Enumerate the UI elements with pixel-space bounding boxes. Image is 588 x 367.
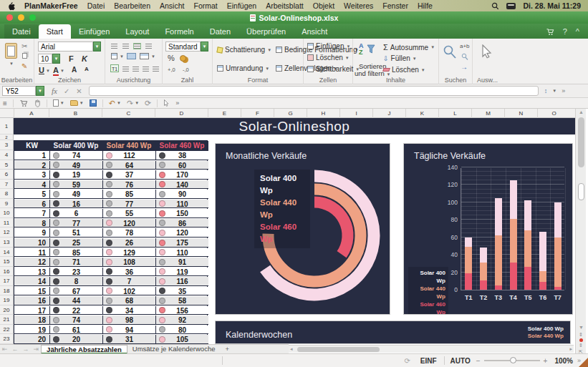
horizontal-scrollbar[interactable]: ◂ ▸ <box>289 345 574 353</box>
menu-bearbeiten[interactable]: Bearbeiten <box>114 1 150 10</box>
row-header[interactable]: 7 <box>0 180 14 189</box>
italic-button[interactable]: K <box>82 54 87 63</box>
bar-segment[interactable] <box>495 198 502 236</box>
merge-caret[interactable]: ▼ <box>151 54 155 59</box>
column-header[interactable]: O <box>537 109 570 118</box>
apple-icon[interactable] <box>7 1 15 11</box>
sales-table[interactable]: KWSolar 400 WpSolar 440 WpSolar 460 Wp17… <box>14 140 208 344</box>
collapse-ribbon-icon[interactable]: ^ <box>576 27 579 36</box>
sort-filter-icon[interactable]: AZ <box>359 43 364 56</box>
cut-icon[interactable]: ✂ <box>21 42 27 50</box>
merge-cells-icon[interactable] <box>127 53 136 59</box>
menu-arbeitsblatt[interactable]: Arbeitsblatt <box>266 1 304 10</box>
tab-ansicht[interactable]: Ansicht <box>294 24 335 39</box>
search-again-icon[interactable] <box>461 53 468 61</box>
column-header[interactable]: A <box>14 109 49 118</box>
expand-formula-bar-icon[interactable]: ↕ <box>544 87 548 94</box>
autosum-button[interactable]: ΣAutosumme▼ <box>383 43 435 52</box>
font-color-caret[interactable]: ▼ <box>60 69 64 73</box>
bar-segment[interactable] <box>465 247 472 273</box>
sheet-grid[interactable]: 1234567891011121314151617181920212223 So… <box>0 118 575 344</box>
bar-segment[interactable] <box>495 235 502 285</box>
menu-format[interactable]: Format <box>193 1 217 10</box>
table-row[interactable]: 31937170 <box>14 170 208 180</box>
table-row[interactable]: 18749892 <box>14 315 208 325</box>
table-row[interactable]: 1185129110 <box>14 248 208 257</box>
align-center-icon[interactable] <box>132 67 139 72</box>
formula-bar-caret[interactable]: ▼ <box>552 89 556 93</box>
row-header[interactable]: 4 <box>0 150 14 160</box>
underline-caret[interactable]: ▼ <box>46 69 50 73</box>
row-header[interactable]: 17 <box>0 276 14 286</box>
repeat-icon[interactable]: ⟳ <box>145 99 151 108</box>
menu-weiteres[interactable]: Weiteres <box>344 1 373 10</box>
fx-icon[interactable]: fx <box>52 87 57 95</box>
sidebar-toggle-icon[interactable]: ≡ <box>3 99 7 107</box>
row-header[interactable]: 11 <box>0 218 14 227</box>
table-row[interactable]: 7655150 <box>14 209 208 218</box>
scroll-down-icon[interactable]: ▼ <box>576 325 587 330</box>
resize-corner[interactable] <box>579 358 588 367</box>
tab-datei[interactable]: Datei <box>4 24 39 39</box>
bar-segment[interactable] <box>539 232 546 271</box>
new-document-button[interactable]: ▼ <box>53 99 64 107</box>
table-row[interactable]: 5498590 <box>14 190 208 199</box>
row-header[interactable]: 14 <box>0 248 14 257</box>
table-row[interactable]: 132336119 <box>14 268 208 276</box>
row-header[interactable]: 22 <box>0 325 14 334</box>
add-decimal-icon[interactable]: +,0 <box>168 67 175 73</box>
kalenderwochen-chart-panel[interactable]: Kalenderwochen Solar 400 Wp Solar 440 Wp <box>215 320 571 344</box>
row-header[interactable]: 9 <box>0 199 14 208</box>
selection-cursor-icon[interactable] <box>481 44 493 60</box>
undo-button[interactable]: ↶▼ <box>109 99 121 108</box>
select-tool-icon[interactable] <box>163 99 170 107</box>
align-center-v-icon[interactable] <box>134 44 140 49</box>
tab-start[interactable]: Start <box>39 24 71 39</box>
border-select-icon[interactable] <box>111 53 117 59</box>
row-header[interactable]: 18 <box>0 286 14 295</box>
insert-cells-button[interactable]: Einfügen▼ <box>307 42 350 50</box>
vertical-scroll-thumb[interactable] <box>578 117 584 167</box>
minimize-window-button[interactable] <box>18 14 24 21</box>
column-header[interactable]: B <box>49 109 102 118</box>
zoom-slider[interactable] <box>484 360 540 361</box>
table-header-cell[interactable]: KW <box>14 141 49 151</box>
bar-segment[interactable] <box>480 280 487 290</box>
donut-chart-panel[interactable]: Monatliche Verkäufe Solar 400 Wp Solar 4… <box>215 143 390 315</box>
row-header[interactable]: 5 <box>0 160 14 170</box>
split-view-icon-2[interactable]: ⇕ <box>579 343 583 348</box>
touch-mode-icon[interactable] <box>34 99 41 107</box>
bar-segment[interactable] <box>539 271 546 282</box>
name-box[interactable]: Y52 <box>2 86 36 96</box>
bar-segment[interactable] <box>510 219 517 263</box>
align-top-icon[interactable] <box>111 44 117 49</box>
font-name-select[interactable]: Arial▼ <box>38 41 101 52</box>
help-icon[interactable]: ? <box>563 27 567 36</box>
column-header[interactable]: L <box>438 109 471 118</box>
menu-ansicht[interactable]: Ansicht <box>160 1 184 10</box>
row-header[interactable]: 1 <box>0 118 14 134</box>
paste-caret[interactable]: ▼ <box>9 62 14 66</box>
filter-funnel-icon[interactable] <box>367 44 375 54</box>
align-bottom-icon[interactable] <box>145 44 152 49</box>
format-painter-icon[interactable]: ✎ <box>21 62 27 70</box>
table-row[interactable]: 172234156 <box>14 306 208 315</box>
row-header[interactable]: 10 <box>0 208 14 218</box>
first-sheet-icon[interactable]: ⇤ <box>2 346 8 353</box>
table-row[interactable]: 2496460 <box>14 161 208 170</box>
menu-einfuegen[interactable]: Einfügen <box>227 1 256 10</box>
name-box-caret[interactable]: ▼ <box>36 86 44 96</box>
row-header[interactable]: 23 <box>0 334 14 344</box>
formula-input[interactable] <box>89 86 539 96</box>
replace-icon[interactable]: a+b <box>460 43 470 49</box>
tab-daten[interactable]: Daten <box>202 24 238 39</box>
menu-objekt[interactable]: Objekt <box>313 1 334 10</box>
column-header[interactable]: C <box>102 109 155 118</box>
border-button[interactable]: Umrandung▼ <box>217 64 269 72</box>
column-header[interactable]: J <box>372 109 405 118</box>
tab-formeln[interactable]: Formeln <box>157 24 201 39</box>
row-header[interactable]: 20 <box>0 305 14 315</box>
row-header[interactable]: 8 <box>0 189 14 199</box>
row-header[interactable]: 12 <box>0 227 14 238</box>
open-document-button[interactable]: ▼ <box>70 100 84 106</box>
